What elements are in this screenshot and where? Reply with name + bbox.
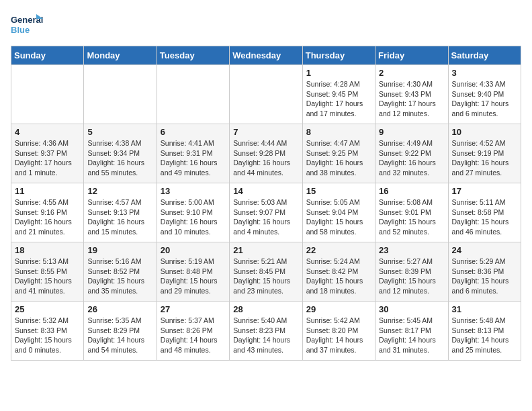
day-number-17: 17: [452, 186, 517, 196]
day-cell-13: 13Sunrise: 5:00 AM Sunset: 9:10 PM Dayli…: [157, 183, 229, 242]
day-number-29: 29: [306, 304, 371, 314]
day-number-14: 14: [233, 186, 298, 196]
day-cell-31: 31Sunrise: 5:48 AM Sunset: 8:13 PM Dayli…: [448, 302, 521, 361]
day-number-11: 11: [15, 186, 80, 196]
day-info-19: Sunrise: 5:16 AM Sunset: 8:52 PM Dayligh…: [87, 257, 152, 296]
logo-svg: General Blue: [11, 11, 43, 40]
weekday-header-thursday: Thursday: [302, 46, 375, 65]
day-number-24: 24: [452, 245, 517, 255]
week-row-5: 25Sunrise: 5:32 AM Sunset: 8:33 PM Dayli…: [11, 302, 521, 361]
day-info-16: Sunrise: 5:08 AM Sunset: 9:01 PM Dayligh…: [379, 197, 444, 237]
day-cell-9: 9Sunrise: 4:49 AM Sunset: 9:22 PM Daylig…: [375, 124, 448, 183]
day-number-12: 12: [87, 186, 152, 196]
day-cell-4: 4Sunrise: 4:36 AM Sunset: 9:37 PM Daylig…: [11, 124, 84, 183]
weekday-header-tuesday: Tuesday: [157, 46, 229, 65]
day-cell-25: 25Sunrise: 5:32 AM Sunset: 8:33 PM Dayli…: [11, 302, 84, 361]
day-cell-12: 12Sunrise: 4:57 AM Sunset: 9:13 PM Dayli…: [84, 183, 157, 242]
day-info-15: Sunrise: 5:05 AM Sunset: 9:04 PM Dayligh…: [306, 197, 371, 237]
day-cell-5: 5Sunrise: 4:38 AM Sunset: 9:34 PM Daylig…: [84, 124, 157, 183]
weekday-header-monday: Monday: [84, 46, 157, 65]
day-cell-8: 8Sunrise: 4:47 AM Sunset: 9:25 PM Daylig…: [302, 124, 375, 183]
day-info-11: Sunrise: 4:55 AM Sunset: 9:16 PM Dayligh…: [15, 197, 80, 237]
day-number-25: 25: [15, 304, 80, 314]
day-number-3: 3: [452, 68, 517, 78]
day-cell-26: 26Sunrise: 5:35 AM Sunset: 8:29 PM Dayli…: [84, 302, 157, 361]
day-info-18: Sunrise: 5:13 AM Sunset: 8:55 PM Dayligh…: [15, 257, 80, 296]
day-number-13: 13: [161, 186, 226, 196]
day-number-15: 15: [306, 186, 371, 196]
day-info-1: Sunrise: 4:28 AM Sunset: 9:45 PM Dayligh…: [306, 79, 371, 119]
day-number-30: 30: [379, 304, 444, 314]
day-number-5: 5: [87, 127, 152, 137]
day-cell-3: 3Sunrise: 4:33 AM Sunset: 9:40 PM Daylig…: [448, 65, 521, 124]
day-number-21: 21: [233, 245, 298, 255]
day-cell-6: 6Sunrise: 4:41 AM Sunset: 9:31 PM Daylig…: [157, 124, 229, 183]
day-cell-empty: [84, 65, 157, 124]
header: General Blue: [11, 11, 521, 40]
day-number-31: 31: [452, 304, 517, 314]
day-number-2: 2: [379, 68, 444, 78]
day-info-7: Sunrise: 4:44 AM Sunset: 9:28 PM Dayligh…: [233, 138, 298, 178]
day-info-20: Sunrise: 5:19 AM Sunset: 8:48 PM Dayligh…: [161, 257, 226, 296]
day-cell-11: 11Sunrise: 4:55 AM Sunset: 9:16 PM Dayli…: [11, 183, 84, 242]
day-cell-1: 1Sunrise: 4:28 AM Sunset: 9:45 PM Daylig…: [302, 65, 375, 124]
day-info-28: Sunrise: 5:40 AM Sunset: 8:23 PM Dayligh…: [233, 316, 298, 355]
day-cell-17: 17Sunrise: 5:11 AM Sunset: 8:58 PM Dayli…: [448, 183, 521, 242]
day-info-31: Sunrise: 5:48 AM Sunset: 8:13 PM Dayligh…: [452, 316, 517, 355]
day-info-29: Sunrise: 5:42 AM Sunset: 8:20 PM Dayligh…: [306, 316, 371, 355]
day-number-18: 18: [15, 245, 80, 255]
day-info-13: Sunrise: 5:00 AM Sunset: 9:10 PM Dayligh…: [161, 197, 226, 237]
day-number-6: 6: [161, 127, 226, 137]
day-number-10: 10: [452, 127, 517, 137]
day-info-27: Sunrise: 5:37 AM Sunset: 8:26 PM Dayligh…: [161, 316, 226, 355]
week-row-2: 4Sunrise: 4:36 AM Sunset: 9:37 PM Daylig…: [11, 124, 521, 183]
week-row-1: 1Sunrise: 4:28 AM Sunset: 9:45 PM Daylig…: [11, 65, 521, 124]
day-cell-empty: [230, 65, 302, 124]
day-cell-empty: [157, 65, 229, 124]
week-row-3: 11Sunrise: 4:55 AM Sunset: 9:16 PM Dayli…: [11, 183, 521, 242]
day-cell-2: 2Sunrise: 4:30 AM Sunset: 9:43 PM Daylig…: [375, 65, 448, 124]
calendar-table: SundayMondayTuesdayWednesdayThursdayFrid…: [11, 46, 521, 361]
day-cell-15: 15Sunrise: 5:05 AM Sunset: 9:04 PM Dayli…: [302, 183, 375, 242]
day-info-6: Sunrise: 4:41 AM Sunset: 9:31 PM Dayligh…: [161, 138, 226, 178]
day-cell-20: 20Sunrise: 5:19 AM Sunset: 8:48 PM Dayli…: [157, 242, 229, 302]
day-cell-19: 19Sunrise: 5:16 AM Sunset: 8:52 PM Dayli…: [84, 242, 157, 302]
day-cell-27: 27Sunrise: 5:37 AM Sunset: 8:26 PM Dayli…: [157, 302, 229, 361]
week-row-4: 18Sunrise: 5:13 AM Sunset: 8:55 PM Dayli…: [11, 242, 521, 302]
day-info-23: Sunrise: 5:27 AM Sunset: 8:39 PM Dayligh…: [379, 257, 444, 296]
day-number-4: 4: [15, 127, 80, 137]
day-cell-21: 21Sunrise: 5:21 AM Sunset: 8:45 PM Dayli…: [230, 242, 302, 302]
day-number-22: 22: [306, 245, 371, 255]
day-info-5: Sunrise: 4:38 AM Sunset: 9:34 PM Dayligh…: [87, 138, 152, 178]
logo: General Blue: [11, 11, 43, 40]
day-number-27: 27: [161, 304, 226, 314]
day-cell-24: 24Sunrise: 5:29 AM Sunset: 8:36 PM Dayli…: [448, 242, 521, 302]
day-info-21: Sunrise: 5:21 AM Sunset: 8:45 PM Dayligh…: [233, 257, 298, 296]
day-number-28: 28: [233, 304, 298, 314]
day-info-8: Sunrise: 4:47 AM Sunset: 9:25 PM Dayligh…: [306, 138, 371, 178]
day-info-25: Sunrise: 5:32 AM Sunset: 8:33 PM Dayligh…: [15, 316, 80, 355]
day-cell-14: 14Sunrise: 5:03 AM Sunset: 9:07 PM Dayli…: [230, 183, 302, 242]
day-number-26: 26: [87, 304, 152, 314]
weekday-header-saturday: Saturday: [448, 46, 521, 65]
day-cell-29: 29Sunrise: 5:42 AM Sunset: 8:20 PM Dayli…: [302, 302, 375, 361]
day-number-19: 19: [87, 245, 152, 255]
day-info-14: Sunrise: 5:03 AM Sunset: 9:07 PM Dayligh…: [233, 197, 298, 237]
day-info-9: Sunrise: 4:49 AM Sunset: 9:22 PM Dayligh…: [379, 138, 444, 178]
day-cell-30: 30Sunrise: 5:45 AM Sunset: 8:17 PM Dayli…: [375, 302, 448, 361]
day-info-22: Sunrise: 5:24 AM Sunset: 8:42 PM Dayligh…: [306, 257, 371, 296]
svg-text:Blue: Blue: [11, 25, 30, 35]
day-cell-empty: [11, 65, 84, 124]
weekday-header-friday: Friday: [375, 46, 448, 65]
day-info-24: Sunrise: 5:29 AM Sunset: 8:36 PM Dayligh…: [452, 257, 517, 296]
day-cell-28: 28Sunrise: 5:40 AM Sunset: 8:23 PM Dayli…: [230, 302, 302, 361]
day-cell-22: 22Sunrise: 5:24 AM Sunset: 8:42 PM Dayli…: [302, 242, 375, 302]
day-info-17: Sunrise: 5:11 AM Sunset: 8:58 PM Dayligh…: [452, 197, 517, 237]
day-info-12: Sunrise: 4:57 AM Sunset: 9:13 PM Dayligh…: [87, 197, 152, 237]
day-cell-7: 7Sunrise: 4:44 AM Sunset: 9:28 PM Daylig…: [230, 124, 302, 183]
day-number-7: 7: [233, 127, 298, 137]
weekday-header-row: SundayMondayTuesdayWednesdayThursdayFrid…: [11, 46, 521, 65]
day-info-3: Sunrise: 4:33 AM Sunset: 9:40 PM Dayligh…: [452, 79, 517, 119]
day-info-2: Sunrise: 4:30 AM Sunset: 9:43 PM Dayligh…: [379, 79, 444, 119]
weekday-header-sunday: Sunday: [11, 46, 84, 65]
